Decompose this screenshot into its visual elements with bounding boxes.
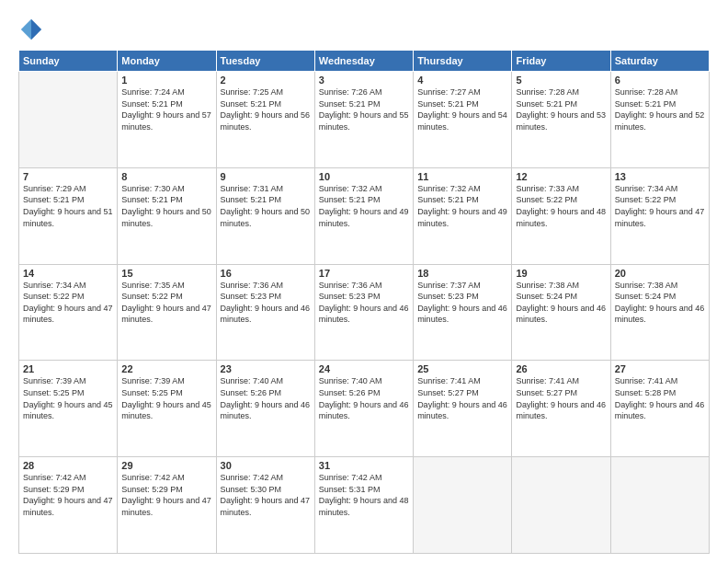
logo — [18, 17, 48, 42]
calendar-day-cell: 18Sunrise: 7:37 AMSunset: 5:23 PMDayligh… — [414, 264, 512, 361]
page: SundayMondayTuesdayWednesdayThursdayFrid… — [0, 0, 728, 563]
day-number: 1 — [121, 75, 211, 86]
day-detail: Sunrise: 7:36 AMSunset: 5:23 PMDaylight:… — [221, 280, 311, 326]
calendar-day-cell: 1Sunrise: 7:24 AMSunset: 5:21 PMDaylight… — [118, 72, 216, 168]
calendar-week-row: 21Sunrise: 7:39 AMSunset: 5:25 PMDayligh… — [19, 361, 710, 457]
calendar-day-cell: 30Sunrise: 7:42 AMSunset: 5:30 PMDayligh… — [216, 457, 314, 554]
day-number: 3 — [319, 75, 409, 86]
calendar-day-cell — [512, 457, 610, 554]
day-number: 26 — [516, 363, 606, 374]
day-detail: Sunrise: 7:40 AMSunset: 5:26 PMDaylight:… — [319, 375, 409, 421]
day-detail: Sunrise: 7:28 AMSunset: 5:21 PMDaylight:… — [516, 86, 606, 132]
day-number: 20 — [615, 268, 705, 279]
day-number: 30 — [221, 460, 311, 471]
day-detail: Sunrise: 7:37 AMSunset: 5:23 PMDaylight:… — [417, 280, 507, 326]
calendar-day-cell: 7Sunrise: 7:29 AMSunset: 5:21 PMDaylight… — [19, 167, 118, 264]
header — [18, 17, 710, 42]
calendar-day-cell: 27Sunrise: 7:41 AMSunset: 5:28 PMDayligh… — [610, 361, 709, 457]
day-detail: Sunrise: 7:40 AMSunset: 5:26 PMDaylight:… — [221, 375, 311, 421]
calendar-day-cell: 20Sunrise: 7:38 AMSunset: 5:24 PMDayligh… — [610, 264, 709, 361]
day-number: 4 — [417, 75, 507, 86]
svg-marker-0 — [31, 19, 41, 40]
calendar-day-cell: 28Sunrise: 7:42 AMSunset: 5:29 PMDayligh… — [19, 457, 118, 554]
day-number: 11 — [417, 171, 507, 182]
svg-marker-1 — [21, 19, 31, 40]
day-number: 13 — [615, 171, 705, 182]
calendar-day-cell — [610, 457, 709, 554]
day-detail: Sunrise: 7:30 AMSunset: 5:21 PMDaylight:… — [121, 183, 211, 229]
day-detail: Sunrise: 7:34 AMSunset: 5:22 PMDaylight:… — [615, 183, 705, 229]
day-detail: Sunrise: 7:27 AMSunset: 5:21 PMDaylight:… — [417, 86, 507, 132]
calendar-day-cell: 3Sunrise: 7:26 AMSunset: 5:21 PMDaylight… — [314, 72, 413, 168]
day-number: 16 — [221, 268, 311, 279]
day-number: 7 — [23, 171, 113, 182]
day-detail: Sunrise: 7:39 AMSunset: 5:25 PMDaylight:… — [121, 375, 211, 421]
day-detail: Sunrise: 7:25 AMSunset: 5:21 PMDaylight:… — [221, 86, 311, 132]
calendar-week-row: 1Sunrise: 7:24 AMSunset: 5:21 PMDaylight… — [19, 72, 710, 168]
day-number: 28 — [23, 460, 113, 471]
day-number: 2 — [221, 75, 311, 86]
calendar-day-cell: 29Sunrise: 7:42 AMSunset: 5:29 PMDayligh… — [118, 457, 216, 554]
calendar-day-cell: 2Sunrise: 7:25 AMSunset: 5:21 PMDaylight… — [216, 72, 314, 168]
weekday-header: Saturday — [610, 51, 709, 72]
calendar-day-cell: 26Sunrise: 7:41 AMSunset: 5:27 PMDayligh… — [512, 361, 610, 457]
day-number: 31 — [319, 460, 409, 471]
calendar-day-cell: 31Sunrise: 7:42 AMSunset: 5:31 PMDayligh… — [314, 457, 413, 554]
calendar-day-cell: 11Sunrise: 7:32 AMSunset: 5:21 PMDayligh… — [414, 167, 512, 264]
day-number: 19 — [516, 268, 606, 279]
calendar-day-cell: 19Sunrise: 7:38 AMSunset: 5:24 PMDayligh… — [512, 264, 610, 361]
day-detail: Sunrise: 7:32 AMSunset: 5:21 PMDaylight:… — [417, 183, 507, 229]
calendar-day-cell: 13Sunrise: 7:34 AMSunset: 5:22 PMDayligh… — [610, 167, 709, 264]
calendar-day-cell: 24Sunrise: 7:40 AMSunset: 5:26 PMDayligh… — [314, 361, 413, 457]
calendar-day-cell: 15Sunrise: 7:35 AMSunset: 5:22 PMDayligh… — [118, 264, 216, 361]
day-detail: Sunrise: 7:42 AMSunset: 5:30 PMDaylight:… — [221, 472, 311, 518]
day-number: 14 — [23, 268, 113, 279]
calendar-table: SundayMondayTuesdayWednesdayThursdayFrid… — [18, 50, 710, 554]
calendar-day-cell: 23Sunrise: 7:40 AMSunset: 5:26 PMDayligh… — [216, 361, 314, 457]
calendar-day-cell: 5Sunrise: 7:28 AMSunset: 5:21 PMDaylight… — [512, 72, 610, 168]
calendar-week-row: 7Sunrise: 7:29 AMSunset: 5:21 PMDaylight… — [19, 167, 710, 264]
day-number: 23 — [221, 363, 311, 374]
day-number: 15 — [121, 268, 211, 279]
day-detail: Sunrise: 7:32 AMSunset: 5:21 PMDaylight:… — [319, 183, 409, 229]
calendar-day-cell: 4Sunrise: 7:27 AMSunset: 5:21 PMDaylight… — [414, 72, 512, 168]
day-detail: Sunrise: 7:28 AMSunset: 5:21 PMDaylight:… — [615, 86, 705, 132]
day-number: 12 — [516, 171, 606, 182]
day-detail: Sunrise: 7:42 AMSunset: 5:29 PMDaylight:… — [23, 472, 113, 518]
day-number: 24 — [319, 363, 409, 374]
calendar-day-cell: 14Sunrise: 7:34 AMSunset: 5:22 PMDayligh… — [19, 264, 118, 361]
day-number: 21 — [23, 363, 113, 374]
day-number: 18 — [417, 268, 507, 279]
logo-icon — [18, 17, 44, 42]
calendar-day-cell: 8Sunrise: 7:30 AMSunset: 5:21 PMDaylight… — [118, 167, 216, 264]
calendar-week-row: 14Sunrise: 7:34 AMSunset: 5:22 PMDayligh… — [19, 264, 710, 361]
weekday-header: Tuesday — [216, 51, 314, 72]
calendar-day-cell: 17Sunrise: 7:36 AMSunset: 5:23 PMDayligh… — [314, 264, 413, 361]
calendar-day-cell: 6Sunrise: 7:28 AMSunset: 5:21 PMDaylight… — [610, 72, 709, 168]
day-detail: Sunrise: 7:38 AMSunset: 5:24 PMDaylight:… — [615, 280, 705, 326]
calendar-day-cell — [19, 72, 118, 168]
day-detail: Sunrise: 7:42 AMSunset: 5:31 PMDaylight:… — [319, 472, 409, 518]
calendar-day-cell: 16Sunrise: 7:36 AMSunset: 5:23 PMDayligh… — [216, 264, 314, 361]
weekday-header: Thursday — [414, 51, 512, 72]
weekday-header: Friday — [512, 51, 610, 72]
day-detail: Sunrise: 7:29 AMSunset: 5:21 PMDaylight:… — [23, 183, 113, 229]
day-detail: Sunrise: 7:41 AMSunset: 5:28 PMDaylight:… — [615, 375, 705, 421]
day-number: 22 — [121, 363, 211, 374]
day-detail: Sunrise: 7:38 AMSunset: 5:24 PMDaylight:… — [516, 280, 606, 326]
weekday-header: Sunday — [19, 51, 118, 72]
weekday-header: Monday — [118, 51, 216, 72]
day-detail: Sunrise: 7:31 AMSunset: 5:21 PMDaylight:… — [221, 183, 311, 229]
calendar-day-cell: 22Sunrise: 7:39 AMSunset: 5:25 PMDayligh… — [118, 361, 216, 457]
day-number: 17 — [319, 268, 409, 279]
day-detail: Sunrise: 7:36 AMSunset: 5:23 PMDaylight:… — [319, 280, 409, 326]
calendar-day-cell: 12Sunrise: 7:33 AMSunset: 5:22 PMDayligh… — [512, 167, 610, 264]
calendar-day-cell — [414, 457, 512, 554]
day-number: 10 — [319, 171, 409, 182]
calendar-day-cell: 9Sunrise: 7:31 AMSunset: 5:21 PMDaylight… — [216, 167, 314, 264]
calendar-day-cell: 21Sunrise: 7:39 AMSunset: 5:25 PMDayligh… — [19, 361, 118, 457]
calendar-header-row: SundayMondayTuesdayWednesdayThursdayFrid… — [19, 51, 710, 72]
day-detail: Sunrise: 7:35 AMSunset: 5:22 PMDaylight:… — [121, 280, 211, 326]
weekday-header: Wednesday — [314, 51, 413, 72]
day-detail: Sunrise: 7:39 AMSunset: 5:25 PMDaylight:… — [23, 375, 113, 421]
